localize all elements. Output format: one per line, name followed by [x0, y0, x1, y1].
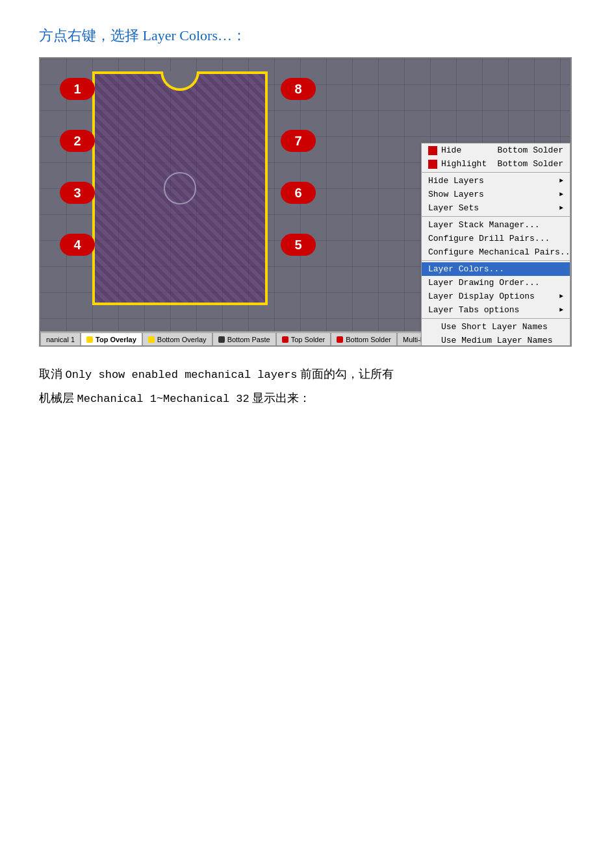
tab-top-solder[interactable]: Top Solder	[276, 332, 331, 345]
menu-configure-mechanical-pairs[interactable]: Configure Mechanical Pairs...	[422, 245, 570, 259]
tab-dot-bottom-overlay	[148, 336, 155, 343]
tab-bottom-paste-label: Bottom Paste	[227, 336, 270, 343]
checkmark-placeholder	[428, 322, 437, 332]
pcb-canvas: 1 2 3 4 5 6 7 8 Hide Bottom Solder Highl…	[40, 58, 570, 331]
pcb-board	[92, 71, 268, 305]
menu-configure-drill-pairs[interactable]: Configure Drill Pairs...	[422, 232, 570, 245]
tab-nanical1-label: nanical 1	[46, 336, 75, 343]
pad-8: 8	[281, 78, 316, 100]
tab-top-overlay-label: Top Overlay	[96, 336, 136, 343]
pad-5: 5	[281, 234, 316, 256]
bottom-text-section: 取消 Only show enabled mechanical layers 前…	[39, 362, 575, 410]
menu-layer-sets[interactable]: Layer Sets ►	[422, 201, 570, 215]
arrow-icon: ►	[559, 177, 563, 184]
pad-6: 6	[281, 182, 316, 204]
bottom-text-line1: 取消 Only show enabled mechanical layers 前…	[39, 362, 575, 386]
menu-medium-names-label: Use Medium Layer Names	[441, 336, 553, 345]
separator-1	[422, 172, 570, 173]
arrow-icon: ►	[559, 306, 563, 314]
pad-1: 1	[60, 78, 95, 100]
menu-layer-colors[interactable]: Layer Colors...	[422, 262, 570, 276]
tab-dot-bottom-paste	[218, 336, 225, 343]
separator-4	[422, 318, 570, 319]
checkmark-placeholder	[428, 336, 437, 345]
arrow-icon: ►	[559, 205, 563, 212]
menu-drawing-order-label: Layer Drawing Order...	[428, 278, 540, 288]
tab-nanical1[interactable]: nanical 1	[40, 332, 81, 345]
tab-dot-top-overlay	[86, 336, 93, 343]
pad-2: 2	[60, 130, 95, 152]
pad-7: 7	[281, 130, 316, 152]
menu-layer-stack-label: Layer Stack Manager...	[428, 220, 540, 230]
hide-color-icon	[428, 146, 437, 155]
menu-highlight-label: Highlight	[441, 159, 487, 169]
bottom-text-mono2: Mechanical 1~Mechanical 32	[77, 393, 249, 405]
menu-layer-colors-label: Layer Colors...	[428, 264, 504, 274]
menu-layer-drawing-order[interactable]: Layer Drawing Order...	[422, 276, 570, 290]
menu-show-layers-label: Show Layers	[428, 190, 484, 199]
bottom-text-mono1: Only show enabled mechanical layers	[66, 369, 298, 381]
menu-hide-sublabel: Bottom Solder	[498, 145, 563, 155]
tab-top-solder-label: Top Solder	[291, 336, 326, 343]
menu-layer-display-options[interactable]: Layer Display Options ►	[422, 290, 570, 303]
page-title: 方点右键，选择 Layer Colors…：	[39, 26, 575, 45]
context-menu: Hide Bottom Solder Highlight Bottom Sold…	[421, 143, 570, 347]
screenshot-container: 1 2 3 4 5 6 7 8 Hide Bottom Solder Highl…	[39, 57, 572, 347]
tab-bottom-paste[interactable]: Bottom Paste	[212, 332, 276, 345]
separator-3	[422, 260, 570, 261]
menu-short-layer-names[interactable]: Use Short Layer Names	[422, 320, 570, 334]
menu-short-names-label: Use Short Layer Names	[441, 322, 548, 332]
bottom-text-line2: 机械层 Mechanical 1~Mechanical 32 显示出来：	[39, 386, 575, 410]
arrow-icon: ►	[559, 191, 563, 198]
tab-dot-top-solder	[282, 336, 288, 343]
menu-highlight-bottom-solder[interactable]: Highlight Bottom Solder	[422, 157, 570, 171]
menu-hide-layers[interactable]: Hide Layers ►	[422, 174, 570, 188]
tab-bottom-overlay-label: Bottom Overlay	[157, 336, 207, 343]
menu-mechanical-pairs-label: Configure Mechanical Pairs...	[428, 247, 572, 257]
menu-display-options-label: Layer Display Options	[428, 291, 535, 301]
tab-dot-bottom-solder	[337, 336, 343, 343]
highlight-color-icon	[428, 160, 437, 169]
pcb-notch	[160, 71, 199, 91]
menu-drill-pairs-label: Configure Drill Pairs...	[428, 234, 550, 243]
menu-hide-label: Hide	[441, 145, 461, 155]
menu-tabs-options-label: Layer Tabs options	[428, 305, 519, 315]
menu-hide-layers-label: Hide Layers	[428, 176, 484, 186]
menu-layer-stack-manager[interactable]: Layer Stack Manager...	[422, 218, 570, 232]
tab-top-overlay[interactable]: Top Overlay	[81, 332, 142, 345]
menu-layer-sets-label: Layer Sets	[428, 203, 479, 213]
menu-medium-layer-names[interactable]: Use Medium Layer Names	[422, 334, 570, 347]
pcb-circle	[164, 172, 196, 205]
tab-bottom-solder[interactable]: Bottom Solder	[331, 332, 397, 345]
tab-bottom-overlay[interactable]: Bottom Overlay	[142, 332, 212, 345]
menu-layer-tabs-options[interactable]: Layer Tabs options ►	[422, 303, 570, 317]
separator-2	[422, 216, 570, 217]
pad-3: 3	[60, 182, 95, 204]
menu-highlight-sublabel: Bottom Solder	[498, 159, 563, 169]
tab-bottom-solder-label: Bottom Solder	[346, 336, 391, 343]
menu-hide-bottom-solder[interactable]: Hide Bottom Solder	[422, 143, 570, 157]
menu-show-layers[interactable]: Show Layers ►	[422, 188, 570, 201]
pad-4: 4	[60, 234, 95, 256]
arrow-icon: ►	[559, 293, 563, 300]
